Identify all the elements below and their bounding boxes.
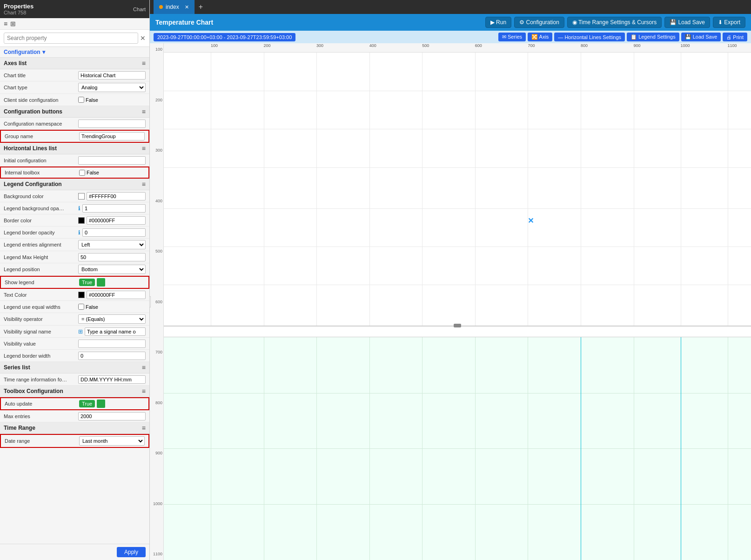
show-legend-toggle[interactable]: True bbox=[79, 279, 95, 286]
legend-settings-button[interactable]: 📋 Legend Settings bbox=[627, 33, 679, 41]
y-tick-500: 500 bbox=[155, 249, 162, 253]
legend-entries-align-select[interactable]: Left Center Right bbox=[78, 240, 146, 249]
config-buttons-icon[interactable]: ≡ bbox=[142, 108, 146, 115]
tab-add-icon[interactable]: + bbox=[195, 3, 207, 11]
text-color-input[interactable] bbox=[87, 291, 146, 299]
visibility-signal-icon[interactable]: ⊞ bbox=[78, 328, 83, 335]
horiz-lines-settings-button[interactable]: — Horizontal Lines Settings bbox=[554, 33, 625, 41]
visibility-signal-row: Visibility signal name ⊞ bbox=[0, 326, 149, 338]
text-color-row: Text Color bbox=[0, 289, 149, 301]
list-icon[interactable]: ≡ bbox=[4, 20, 7, 27]
legend-position-select[interactable]: Bottom Top Left Right bbox=[78, 265, 146, 274]
chart-title-input[interactable] bbox=[78, 71, 146, 80]
visibility-value-input[interactable] bbox=[78, 340, 146, 348]
date-range-select[interactable]: Last month Last week Last day Last hour bbox=[79, 436, 145, 446]
search-clear-icon[interactable]: ✕ bbox=[140, 34, 146, 42]
time-range-info-input[interactable] bbox=[78, 375, 146, 384]
horiz-lines-icon[interactable]: ≡ bbox=[142, 145, 146, 152]
chart-title-row: Chart title bbox=[0, 69, 149, 81]
collapse-arrow-button[interactable]: › bbox=[150, 296, 151, 307]
tab-dot-icon bbox=[159, 5, 163, 9]
load-save2-button[interactable]: 💾 Load Save bbox=[681, 33, 721, 41]
visibility-signal-input[interactable] bbox=[85, 327, 146, 336]
series-button[interactable]: ✉ Series bbox=[498, 33, 526, 41]
bg-color-swatch[interactable] bbox=[78, 193, 85, 200]
resize-handle[interactable] bbox=[454, 324, 461, 327]
x-tick-500: 500 bbox=[422, 43, 429, 48]
legend-bg-opa-input[interactable] bbox=[82, 204, 146, 213]
y-tick-700: 700 bbox=[155, 350, 162, 354]
max-entries-row: Max entries bbox=[0, 410, 149, 422]
tab-close-icon[interactable]: ✕ bbox=[185, 4, 189, 10]
grid-icon[interactable]: ⊞ bbox=[10, 20, 16, 27]
initial-config-input[interactable] bbox=[78, 156, 146, 165]
load-save-button[interactable]: 💾 Load Save bbox=[664, 17, 710, 28]
lv-grid-2 bbox=[264, 337, 264, 560]
print-button[interactable]: 🖨 Print bbox=[723, 33, 747, 41]
legend-border-width-input[interactable] bbox=[78, 352, 146, 360]
series-list-icon[interactable]: ≡ bbox=[142, 364, 146, 371]
config-label: Configuration bbox=[4, 49, 40, 55]
sidebar-subtitle: Chart 758 bbox=[4, 10, 34, 15]
configuration-button[interactable]: ⚙ Configuration bbox=[514, 17, 564, 28]
time-range-section-icon[interactable]: ≡ bbox=[142, 424, 146, 432]
initial-config-value bbox=[78, 156, 146, 165]
time-range-button[interactable]: ◉ Time Range Settings & Cursors bbox=[567, 17, 662, 28]
config-section-header[interactable]: Configuration ▾ bbox=[0, 47, 149, 58]
legend-border-opacity-input[interactable] bbox=[82, 228, 146, 237]
group-name-value bbox=[79, 132, 145, 140]
chart-main-title: Temperature Chart bbox=[155, 19, 213, 26]
sidebar: Properties Chart 758 Chart ≡ ⊞ ✕ Configu… bbox=[0, 0, 150, 560]
text-color-swatch[interactable] bbox=[78, 292, 85, 298]
internal-toolbox-checkbox[interactable] bbox=[79, 170, 85, 176]
search-input[interactable] bbox=[4, 33, 138, 44]
legend-border-opacity-info-icon[interactable]: ℹ bbox=[78, 229, 80, 236]
run-button[interactable]: ▶ Run bbox=[485, 17, 511, 28]
tab-bar: index ✕ + bbox=[150, 0, 751, 14]
export-button[interactable]: ⬇ Export bbox=[713, 17, 745, 28]
tab-index[interactable]: index ✕ bbox=[154, 0, 195, 14]
lh-grid-1 bbox=[164, 393, 751, 393]
x-axis-ruler: 100 200 300 400 500 600 700 800 900 1000… bbox=[164, 43, 751, 53]
legend-bg-opa-info-icon[interactable]: ℹ bbox=[78, 205, 80, 212]
visibility-operator-select[interactable]: = (Equals) != (Not Equals) > (Greater) <… bbox=[78, 314, 146, 324]
legend-position-label: Legend position bbox=[4, 267, 78, 272]
max-entries-input[interactable] bbox=[78, 412, 146, 420]
max-entries-label: Max entries bbox=[4, 413, 78, 419]
internal-toolbox-value: False bbox=[79, 170, 145, 176]
x-tick-700: 700 bbox=[528, 43, 535, 48]
legend-equal-widths-checkbox[interactable] bbox=[78, 304, 84, 310]
legend-max-height-input[interactable] bbox=[78, 253, 146, 261]
y-tick-600: 600 bbox=[155, 300, 162, 304]
lv-grid-5 bbox=[422, 337, 422, 560]
axis-button[interactable]: 🔀 Axis bbox=[528, 33, 552, 41]
legend-config-icon[interactable]: ≡ bbox=[142, 180, 146, 188]
chart-body: 100 200 300 400 500 600 700 800 900 1000… bbox=[164, 43, 751, 560]
sidebar-header: Properties Chart 758 Chart bbox=[0, 0, 149, 18]
axes-list-icon[interactable]: ≡ bbox=[142, 60, 146, 67]
chart-plot[interactable]: ✕ bbox=[164, 53, 751, 560]
config-namespace-input[interactable] bbox=[78, 120, 146, 128]
v-grid-1 bbox=[211, 53, 211, 326]
border-color-swatch[interactable] bbox=[78, 217, 85, 224]
chart-type-select[interactable]: Analog Digital Bar bbox=[78, 83, 146, 92]
series-list-row: Series list ≡ bbox=[0, 362, 149, 373]
legend-border-opacity-label: Legend border opacity bbox=[4, 230, 78, 235]
toolbox-config-icon[interactable]: ≡ bbox=[142, 387, 146, 395]
auto-update-label: Auto update bbox=[5, 401, 79, 407]
v-grid-4 bbox=[369, 53, 370, 326]
search-bar: ✕ bbox=[0, 30, 149, 47]
client-side-config-checkbox[interactable] bbox=[78, 97, 84, 103]
toolbar2-buttons: ✉ Series 🔀 Axis — Horizontal Lines Setti… bbox=[498, 33, 747, 41]
group-name-input[interactable] bbox=[79, 132, 145, 140]
border-color-input[interactable] bbox=[87, 216, 146, 225]
apply-button[interactable]: Apply bbox=[117, 547, 146, 557]
visibility-signal-value: ⊞ bbox=[78, 327, 146, 336]
legend-config-label: Legend Configuration bbox=[4, 181, 62, 187]
auto-update-toggle[interactable]: True bbox=[79, 400, 95, 407]
bg-color-label: Background color bbox=[4, 193, 78, 199]
border-color-value bbox=[78, 216, 146, 225]
auto-update-row: Auto update True bbox=[0, 397, 149, 410]
client-side-config-text: False bbox=[86, 97, 98, 103]
bg-color-input[interactable] bbox=[87, 192, 146, 200]
